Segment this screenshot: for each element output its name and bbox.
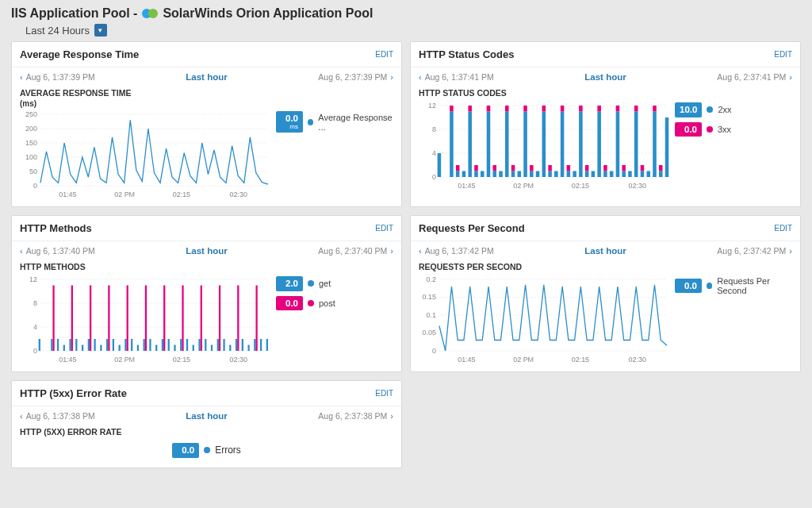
- chart-canvas: 05010015020025001:4502 PM02:1502:30: [18, 111, 271, 198]
- svg-rect-86: [659, 171, 663, 178]
- chart-subtitle: REQUESTS PER SECOND: [411, 260, 800, 273]
- card-status-codes: HTTP Status Codes EDIT ‹Aug 6, 1:37:41 P…: [410, 41, 801, 207]
- legend-item[interactable]: 0.0 Requests Per Second: [675, 276, 794, 295]
- svg-rect-113: [100, 345, 102, 352]
- legend-item[interactable]: 2.0 get: [276, 276, 395, 291]
- time-end: Aug 6, 2:37:42 PM: [717, 246, 786, 256]
- legend: 10.0 2xx 0.0 3xx: [675, 102, 794, 190]
- legend-item[interactable]: 0.0 post: [276, 296, 395, 311]
- svg-rect-144: [242, 339, 243, 351]
- time-end: Aug 6, 2:37:38 PM: [318, 411, 387, 421]
- svg-text:8: 8: [432, 125, 436, 133]
- svg-rect-65: [579, 106, 583, 112]
- svg-rect-39: [487, 112, 491, 178]
- page-title-prefix: IIS Application Pool -: [11, 6, 137, 21]
- svg-rect-122: [144, 339, 145, 351]
- chevron-left-icon[interactable]: ‹: [20, 246, 23, 256]
- svg-text:250: 250: [25, 111, 37, 118]
- svg-rect-137: [211, 345, 213, 352]
- svg-rect-58: [554, 171, 558, 178]
- svg-rect-70: [597, 106, 601, 112]
- edit-link[interactable]: EDIT: [375, 50, 393, 59]
- time-start: Aug 6, 1:37:42 PM: [425, 246, 494, 256]
- card-error-rate: HTTP (5xx) Error Rate EDIT ‹Aug 6, 1:37:…: [11, 380, 402, 468]
- timerange-picker[interactable]: Last hour: [186, 246, 227, 256]
- chevron-left-icon[interactable]: ‹: [20, 411, 23, 421]
- svg-rect-31: [456, 171, 460, 178]
- chevron-right-icon[interactable]: ›: [390, 411, 393, 421]
- svg-rect-72: [603, 165, 607, 171]
- time-nav: ‹Aug 6, 1:37:42 PM Last hour Aug 6, 2:37…: [411, 241, 800, 260]
- chevron-right-icon[interactable]: ›: [390, 246, 393, 256]
- svg-text:02:15: 02:15: [173, 190, 190, 198]
- svg-rect-43: [499, 171, 503, 178]
- chevron-left-icon[interactable]: ‹: [419, 72, 422, 82]
- legend-item[interactable]: 0.0ms Average Response ...: [276, 111, 395, 133]
- svg-rect-136: [205, 339, 206, 351]
- svg-rect-79: [634, 112, 638, 178]
- svg-text:0.2: 0.2: [426, 276, 435, 283]
- svg-rect-78: [628, 171, 632, 178]
- chevron-right-icon[interactable]: ›: [789, 72, 792, 82]
- legend-label: Average Response ...: [318, 113, 395, 132]
- timerange-picker[interactable]: Last hour: [186, 411, 227, 421]
- chevron-right-icon[interactable]: ›: [390, 72, 393, 82]
- timerange-picker[interactable]: Last hour: [584, 246, 626, 256]
- svg-text:02:30: 02:30: [628, 182, 645, 190]
- svg-rect-83: [646, 171, 650, 178]
- svg-rect-101: [39, 339, 40, 351]
- svg-rect-129: [174, 345, 175, 352]
- svg-rect-106: [69, 339, 71, 351]
- svg-rect-38: [481, 171, 485, 178]
- svg-rect-109: [82, 345, 83, 352]
- svg-rect-62: [567, 165, 571, 171]
- svg-rect-76: [622, 171, 626, 178]
- time-start: Aug 6, 1:37:39 PM: [26, 72, 95, 82]
- svg-rect-108: [75, 339, 77, 351]
- svg-text:02:15: 02:15: [173, 356, 190, 364]
- svg-text:0: 0: [432, 347, 436, 355]
- timeframe-selector[interactable]: Last 24 Hours ▾: [25, 24, 801, 37]
- edit-link[interactable]: EDIT: [774, 224, 792, 233]
- legend-label: get: [319, 279, 331, 288]
- card-title: HTTP (5xx) Error Rate: [20, 387, 127, 399]
- svg-rect-85: [653, 106, 657, 112]
- dashboard-grid: Average Response Time EDIT ‹Aug 6, 1:37:…: [0, 41, 812, 479]
- svg-text:0: 0: [33, 182, 37, 190]
- svg-rect-149: [266, 339, 268, 351]
- timerange-picker[interactable]: Last hour: [584, 72, 626, 82]
- svg-rect-102: [51, 339, 52, 351]
- svg-text:100: 100: [25, 153, 37, 161]
- edit-link[interactable]: EDIT: [774, 50, 792, 59]
- legend-label: 3xx: [718, 125, 731, 134]
- svg-text:02 PM: 02 PM: [513, 182, 534, 190]
- card-title: Requests Per Second: [419, 222, 525, 234]
- svg-rect-80: [634, 106, 638, 112]
- legend-label: Requests Per Second: [717, 276, 794, 295]
- svg-rect-139: [219, 286, 220, 352]
- svg-rect-84: [653, 112, 657, 178]
- edit-link[interactable]: EDIT: [375, 389, 393, 398]
- card-title: HTTP Status Codes: [419, 48, 514, 60]
- svg-rect-112: [94, 339, 95, 351]
- svg-rect-29: [450, 112, 454, 178]
- svg-rect-135: [201, 286, 202, 352]
- chevron-right-icon[interactable]: ›: [789, 246, 792, 256]
- svg-text:02:30: 02:30: [628, 356, 645, 364]
- svg-rect-54: [542, 112, 546, 178]
- svg-text:01:45: 01:45: [458, 182, 475, 190]
- chevron-left-icon[interactable]: ‹: [419, 246, 422, 256]
- svg-rect-61: [567, 171, 571, 178]
- page-header: IIS Application Pool - SolarWinds Orion …: [0, 0, 812, 41]
- svg-text:4: 4: [33, 323, 37, 331]
- timerange-picker[interactable]: Last hour: [186, 72, 227, 82]
- legend: 0.0 Errors: [12, 438, 401, 468]
- svg-rect-133: [193, 345, 194, 352]
- svg-text:01:45: 01:45: [458, 356, 475, 364]
- chevron-down-icon[interactable]: ▾: [94, 24, 107, 37]
- chevron-left-icon[interactable]: ‹: [20, 72, 23, 82]
- legend-item[interactable]: 10.0 2xx: [675, 102, 794, 117]
- legend-item[interactable]: 0.0 3xx: [675, 122, 794, 137]
- svg-rect-48: [518, 171, 522, 178]
- edit-link[interactable]: EDIT: [375, 224, 393, 233]
